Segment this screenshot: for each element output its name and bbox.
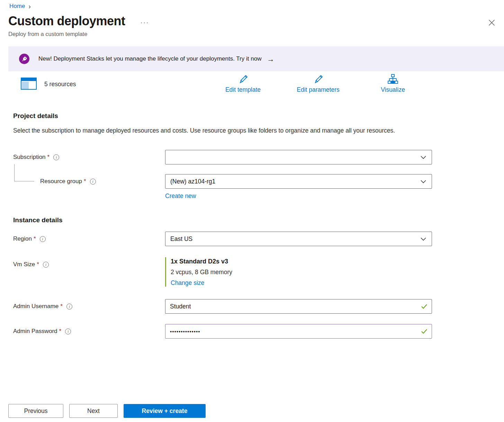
breadcrumb-chevron-icon: › [28,3,31,10]
chevron-down-icon [421,178,426,185]
pencil-icon [313,79,323,85]
chevron-down-icon [421,235,426,243]
form-row-subscription: Subscription * i [0,150,504,164]
required-asterisk: * [37,261,39,268]
title-row: Custom deployment ··· [0,14,504,28]
context-menu-button[interactable]: ··· [141,16,149,26]
required-asterisk: * [59,328,62,335]
region-dropdown[interactable]: East US [165,232,432,246]
resource-group-label: Resource group [40,178,82,185]
resource-count: 5 resources [44,81,76,88]
page-subtitle: Deploy from a custom template [0,31,504,37]
template-icon [21,78,37,91]
region-label-group: Region * i [0,232,165,242]
info-icon[interactable]: i [65,329,71,334]
form-row-admin-username: Admin Username * i [0,299,504,314]
info-icon[interactable]: i [43,262,49,268]
subscription-label-group: Subscription * i [0,150,165,161]
deployment-stacks-banner: New! Deployment Stacks let you manage th… [8,46,504,71]
resource-group-dropdown[interactable]: (New) az104-rg1 [165,174,432,189]
admin-password-label-group: Admin Password * i [0,324,165,335]
admin-password-input[interactable] [165,324,432,339]
valid-check-icon [421,304,427,310]
admin-password-label: Admin Password [13,328,57,335]
info-icon[interactable]: i [90,179,96,185]
vm-size-selection: 1x Standard D2s v3 2 vcpus, 8 GB memory … [165,257,432,287]
project-details-heading: Project details [0,112,504,120]
banner-text[interactable]: New! Deployment Stacks let you manage th… [38,55,261,62]
change-size-link[interactable]: Change size [171,279,432,287]
vm-size-label-group: Vm Size * i [0,257,165,268]
form-row-region: Region * i East US [0,232,504,246]
region-label: Region [13,235,32,242]
info-icon[interactable]: i [66,304,72,309]
visualize-button[interactable]: Visualize [363,74,422,93]
pencil-icon [238,79,248,85]
edit-template-label: Edit template [214,86,272,93]
admin-username-label: Admin Username [13,303,58,310]
vm-size-label: Vm Size [13,261,35,268]
vm-size-specs: 2 vcpus, 8 GB memory [171,269,432,276]
visualize-label: Visualize [363,86,422,93]
subscription-dropdown[interactable] [165,150,432,164]
form-row-vm-size: Vm Size * i 1x Standard D2s v3 2 vcpus, … [0,257,504,287]
review-create-button[interactable]: Review + create [124,404,206,418]
required-asterisk: * [60,303,63,310]
arrow-right-icon[interactable]: → [267,55,274,63]
resource-group-label-group: Resource group * i [0,174,165,185]
chevron-down-icon [421,154,426,161]
template-summary-row: 5 resources Edit template Edit param [0,73,504,98]
org-chart-icon [388,79,398,85]
tree-connector [14,164,34,181]
required-asterisk: * [84,178,86,185]
resource-group-value: (New) az104-rg1 [170,178,215,185]
form-row-resource-group: Resource group * i (New) az104-rg1 [0,174,504,189]
info-icon[interactable]: i [40,236,46,242]
admin-username-input[interactable] [165,299,432,314]
region-value: East US [170,235,192,243]
instance-details-heading: Instance details [0,216,504,224]
info-icon[interactable]: i [53,154,59,160]
edit-template-button[interactable]: Edit template [214,74,272,93]
project-details-description: Select the subscription to manage deploy… [0,125,414,136]
admin-username-label-group: Admin Username * i [0,299,165,310]
breadcrumb-home-link[interactable]: Home [9,3,25,10]
previous-button[interactable]: Previous [8,404,63,418]
template-info: 5 resources [21,78,76,91]
vm-size-title: 1x Standard D2s v3 [171,258,432,265]
create-new-link[interactable]: Create new [165,192,196,200]
rocket-icon [19,54,29,64]
footer-actions: Previous Next Review + create [8,404,206,418]
edit-parameters-button[interactable]: Edit parameters [289,74,348,93]
close-icon[interactable] [487,18,496,29]
required-asterisk: * [47,154,50,161]
form-row-admin-password: Admin Password * i [0,324,504,339]
required-asterisk: * [34,235,36,242]
breadcrumb: Home › [0,0,504,10]
custom-deployment-page: Home › Custom deployment ··· Deploy from… [0,0,504,422]
edit-parameters-label: Edit parameters [289,86,348,93]
valid-check-icon [421,329,427,335]
page-title: Custom deployment [8,14,125,28]
subscription-label: Subscription [13,154,46,161]
next-button[interactable]: Next [69,404,118,418]
